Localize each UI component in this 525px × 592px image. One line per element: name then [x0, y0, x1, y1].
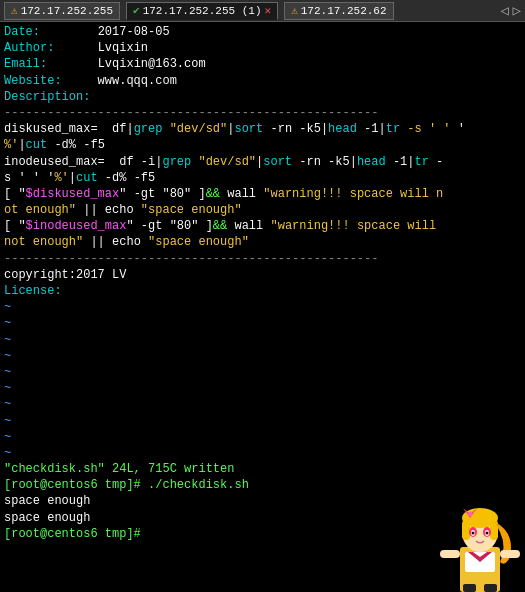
terminal-line: Website: www.qqq.com	[4, 73, 521, 89]
tab1-warn-icon: ⚠	[11, 4, 18, 17]
terminal-text-segment: inodeused_max=	[4, 155, 119, 169]
terminal-text-segment: &&	[206, 187, 220, 201]
tab3-label: 172.17.252.62	[301, 5, 387, 17]
terminal-line: ~	[4, 413, 521, 429]
terminal-text-segment: head	[357, 155, 386, 169]
terminal-text-segment: head	[328, 122, 357, 136]
terminal-line: ~	[4, 364, 521, 380]
terminal-line: diskused_max= df|grep "dev/sd"|sort -rn …	[4, 121, 521, 137]
tab3-warn-icon: ⚠	[291, 4, 298, 17]
terminal-line: ~	[4, 396, 521, 412]
terminal-line: ----------------------------------------…	[4, 105, 521, 121]
terminal-line: ----------------------------------------…	[4, 251, 521, 267]
svg-point-10	[472, 532, 475, 535]
svg-rect-12	[440, 550, 460, 558]
terminal-text-segment: sort	[234, 122, 263, 136]
terminal-text-segment: -i|	[134, 155, 163, 169]
prev-arrow[interactable]: ◁	[500, 2, 508, 19]
terminal-line: ~	[4, 332, 521, 348]
terminal-value: Lvqixin@163.com	[47, 57, 205, 71]
terminal-line: %'|cut -d% -f5	[4, 137, 521, 153]
terminal-text-segment: tr	[415, 155, 429, 169]
terminal-text-segment: $inodeused_max	[26, 219, 127, 233]
terminal-text-segment: " -gt "80" ]	[119, 187, 205, 201]
anime-character	[435, 502, 525, 592]
next-arrow[interactable]: ▷	[513, 2, 521, 19]
terminal-text-segment: -rn -k5|	[292, 155, 357, 169]
terminal-value: www.qqq.com	[62, 74, 177, 88]
tab2-close-icon[interactable]: ✕	[265, 4, 272, 17]
tab-3[interactable]: ⚠ 172.17.252.62	[284, 2, 393, 20]
svg-point-14	[468, 512, 473, 517]
terminal-line: ot enough" || echo "space enough"	[4, 202, 521, 218]
svg-rect-16	[484, 584, 497, 592]
terminal-text-segment: wall	[220, 187, 263, 201]
terminal-line: not enough" || echo "space enough"	[4, 234, 521, 250]
terminal-key: Email:	[4, 57, 47, 71]
terminal-text-segment: "dev/sd"	[162, 122, 227, 136]
terminal-text-segment: -	[429, 155, 443, 169]
terminal-text-segment: |	[126, 122, 133, 136]
terminal-key: Description:	[4, 90, 90, 104]
tab2-ok-icon: ✔	[133, 4, 140, 17]
terminal-text-segment: grep	[134, 122, 163, 136]
terminal-value: Lvqixin	[54, 41, 148, 55]
terminal-text-segment: "space enough"	[148, 235, 249, 249]
svg-rect-15	[463, 584, 476, 592]
terminal-text-segment: %'	[4, 138, 18, 152]
svg-point-11	[486, 532, 489, 535]
titlebar: ⚠ 172.17.252.255 ✔ 172.17.252.255 (1) ✕ …	[0, 0, 525, 22]
terminal-key: Date:	[4, 25, 40, 39]
terminal-text-segment: |	[321, 122, 328, 136]
terminal-text-segment: |	[69, 171, 76, 185]
terminal-line: Description:	[4, 89, 521, 105]
terminal-text-segment: "dev/sd"	[191, 155, 256, 169]
terminal-line: License:	[4, 283, 521, 299]
terminal-text-segment: $diskused_max	[26, 187, 120, 201]
terminal-line: Author: Lvqixin	[4, 40, 521, 56]
terminal-text-segment: -1|	[386, 155, 415, 169]
svg-rect-13	[500, 550, 520, 558]
terminal-line: ~	[4, 299, 521, 315]
terminal-text-segment: sort	[263, 155, 292, 169]
terminal-line: [ "$inodeused_max" -gt "80" ]&& wall "wa…	[4, 218, 521, 234]
terminal-text-segment: |	[18, 138, 25, 152]
terminal-text-segment: " -gt "80" ]	[126, 219, 212, 233]
terminal-text-segment: df	[119, 155, 133, 169]
terminal-text-segment: "warning!!! spcace will	[270, 219, 436, 233]
terminal-line: copyright:2017 LV	[4, 267, 521, 283]
terminal-text-segment: [ "	[4, 219, 26, 233]
terminal-line: Date: 2017-08-05	[4, 24, 521, 40]
terminal-line: "checkdisk.sh" 24L, 715C written	[4, 461, 521, 477]
terminal-line: ~	[4, 348, 521, 364]
terminal-text-segment: "warning!!! spcace will n	[263, 187, 443, 201]
terminal-text-segment: grep	[162, 155, 191, 169]
svg-rect-4	[462, 520, 470, 540]
terminal-value: 2017-08-05	[40, 25, 170, 39]
tab-1[interactable]: ⚠ 172.17.252.255	[4, 2, 120, 20]
terminal-text-segment: copyright:2017 LV	[4, 268, 126, 282]
terminal-key: Website:	[4, 74, 62, 88]
terminal-text-segment: -d% -f5	[98, 171, 156, 185]
terminal-line: ~	[4, 380, 521, 396]
terminal-text-segment: not enough"	[4, 235, 83, 249]
tab2-label: 172.17.252.255 (1)	[143, 5, 262, 17]
terminal-line: ~	[4, 445, 521, 461]
terminal-text-segment: -rn -k5	[263, 122, 321, 136]
terminal-text-segment: -d% -f5	[47, 138, 105, 152]
terminal-line: [root@centos6 tmp]# ./checkdisk.sh	[4, 477, 521, 493]
terminal-text-segment: -1	[357, 122, 379, 136]
terminal-line: ~	[4, 315, 521, 331]
terminal-text-segment: || echo	[83, 235, 148, 249]
terminal-line: inodeused_max= df -i|grep "dev/sd"|sort …	[4, 154, 521, 170]
terminal-text-segment: %'	[54, 171, 68, 185]
terminal-text-segment: '	[451, 122, 465, 136]
terminal-line: Email: Lvqixin@163.com	[4, 56, 521, 72]
terminal-text-segment: || echo	[76, 203, 141, 217]
terminal-key: Author:	[4, 41, 54, 55]
tab-2[interactable]: ✔ 172.17.252.255 (1) ✕	[126, 2, 278, 20]
terminal-text-segment: cut	[26, 138, 48, 152]
terminal-text-segment: -s ' '	[400, 122, 450, 136]
terminal-text-segment: ot enough"	[4, 203, 76, 217]
terminal-line: [ "$diskused_max" -gt "80" ]&& wall "war…	[4, 186, 521, 202]
